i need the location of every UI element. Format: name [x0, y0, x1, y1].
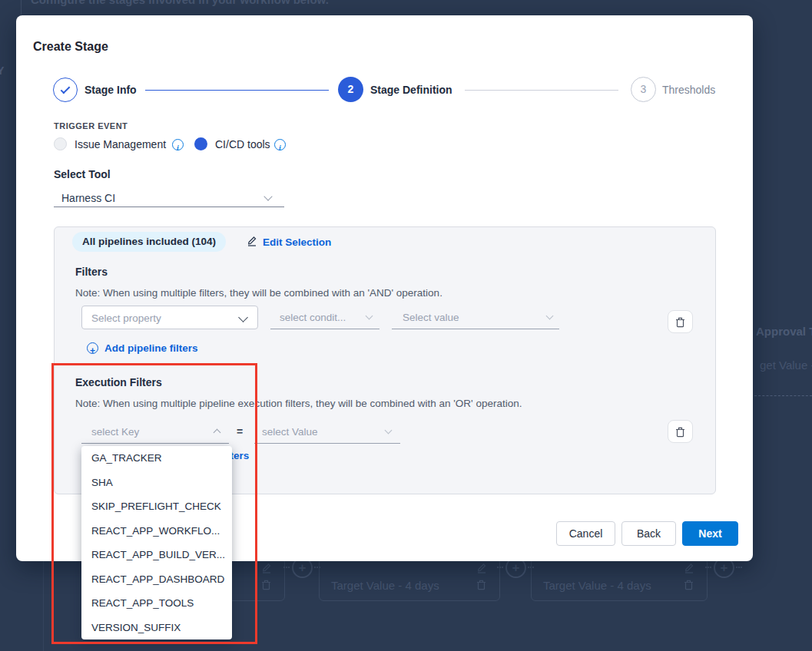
tool-select[interactable]: Harness CI: [54, 186, 284, 207]
tool-select-value: Harness CI: [61, 192, 115, 204]
chevron-down-icon: [546, 312, 554, 320]
card-label: Target Value - 4 days: [543, 579, 651, 592]
plus-circle-icon: [87, 342, 98, 354]
background-card: Target Value - 4 days: [531, 558, 708, 601]
add-pipeline-filters-link[interactable]: Add pipeline filters: [87, 342, 198, 354]
background-connector: [736, 567, 742, 568]
exec-value-select-placeholder: select Value: [262, 426, 318, 438]
exec-value-select[interactable]: select Value: [254, 421, 400, 444]
trash-icon: [476, 579, 486, 593]
annotation-red-box: [51, 363, 257, 644]
edit-icon: [247, 235, 257, 249]
background-divider: [21, 0, 22, 15]
card-label: Target Value - 4 days: [331, 579, 439, 592]
delete-execution-filter-button[interactable]: [668, 420, 693, 443]
background-dashed-line: [754, 395, 812, 396]
filters-note: Note: When using multiple filters, they …: [75, 287, 442, 299]
check-icon: [61, 84, 71, 94]
info-icon[interactable]: [172, 139, 184, 150]
background-card: Target Value - 4 days: [319, 558, 500, 601]
step-3-indicator[interactable]: 3: [631, 77, 656, 102]
radio-issue-management-label[interactable]: Issue Management: [75, 138, 166, 150]
filters-title: Filters: [75, 266, 108, 278]
delete-filter-button[interactable]: [668, 310, 693, 333]
value-select[interactable]: Select value: [392, 306, 559, 329]
info-icon[interactable]: [274, 139, 286, 150]
stepper-connector: [465, 90, 618, 91]
trash-icon: [261, 579, 271, 593]
radio-issue-management[interactable]: [54, 137, 67, 150]
cancel-button[interactable]: Cancel: [556, 521, 615, 546]
chevron-down-icon: [366, 312, 373, 320]
condition-select-placeholder: select condit...: [280, 312, 346, 323]
dialog-title: Create Stage: [33, 40, 108, 54]
background-sidebar-fragment: Y: [0, 64, 4, 77]
trash-icon: [684, 579, 694, 593]
edit-selection-link[interactable]: Edit Selection: [247, 235, 331, 249]
step-2-indicator[interactable]: 2: [338, 77, 363, 102]
back-button[interactable]: Back: [621, 521, 676, 546]
select-tool-label: Select Tool: [54, 168, 111, 180]
background-connector: [283, 567, 290, 568]
property-select[interactable]: Select property: [81, 306, 258, 329]
next-button[interactable]: Next: [682, 521, 738, 546]
chevron-down-icon: [238, 312, 248, 322]
step-1-label[interactable]: Stage Info: [85, 84, 137, 96]
chevron-down-icon: [385, 427, 393, 435]
edit-icon: [261, 562, 272, 577]
add-pipeline-filters-label: Add pipeline filters: [104, 342, 198, 354]
radio-cicd-tools[interactable]: [194, 137, 207, 150]
step-2-label[interactable]: Stage Definition: [370, 84, 452, 96]
trash-icon: [675, 316, 685, 328]
chevron-down-icon: [263, 192, 272, 200]
value-select-placeholder: Select value: [403, 312, 459, 323]
background-column-header-fragment: Approval Tim: [756, 325, 812, 338]
trash-icon: [675, 426, 685, 438]
background-connector: [705, 567, 711, 568]
radio-cicd-tools-label[interactable]: CI/CD tools: [215, 138, 270, 150]
condition-select[interactable]: select condit...: [270, 306, 379, 329]
edit-icon: [476, 562, 487, 577]
step-1-indicator[interactable]: [53, 78, 78, 102]
step-3-label[interactable]: Thresholds: [662, 84, 715, 96]
edit-selection-label: Edit Selection: [263, 236, 331, 248]
background-cell-fragment: get Value - 1: [760, 359, 812, 372]
background-divider: [43, 561, 44, 651]
stepper-connector: [145, 90, 329, 91]
pipelines-included-badge: All pipelines included (104): [72, 232, 226, 252]
trigger-event-label: TRIGGER EVENT: [54, 121, 128, 131]
edit-icon: [684, 562, 694, 577]
background-heading-fragment: Configure the stages involved in your wo…: [31, 0, 329, 6]
property-select-placeholder: Select property: [91, 312, 161, 324]
background-connector: [497, 567, 503, 568]
